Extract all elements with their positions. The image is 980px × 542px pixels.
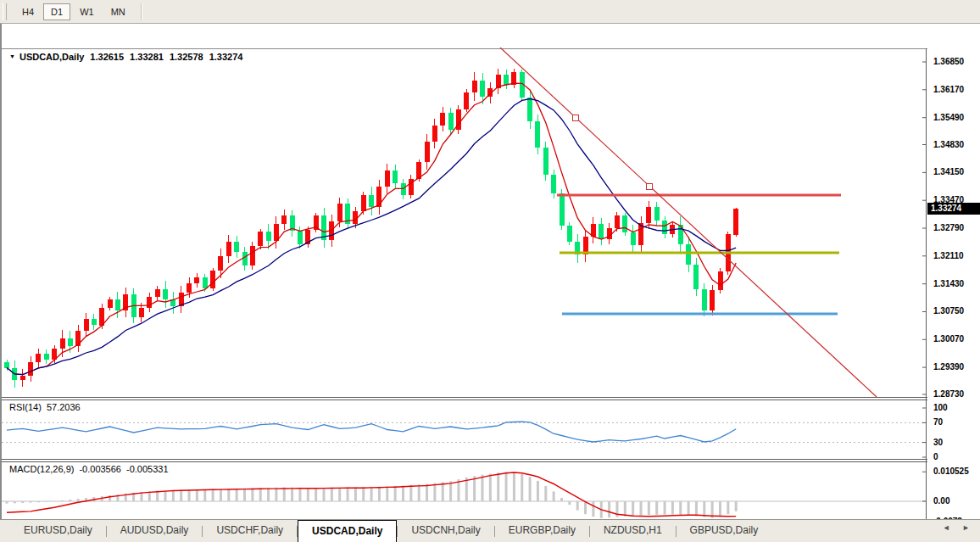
price-axis-label: 1.33470: [933, 195, 964, 204]
symbol-tab-gbpusd[interactable]: GBPUSD,Daily: [677, 520, 772, 542]
price-axis-label: 1.34830: [933, 140, 964, 149]
price-axis-label: 1.30070: [933, 334, 964, 344]
macd-axis-label: 0.010525: [933, 467, 969, 476]
symbol-label: USDCAD,Daily: [19, 52, 84, 62]
price-axis[interactable]: 1.33274 1.368501.361701.354901.348301.34…: [927, 47, 980, 530]
price-axis-label: 1.36850: [933, 57, 964, 66]
period-tab-mn[interactable]: MN: [103, 3, 133, 20]
symbol-tab-bar: EURUSD,DailyAUDUSD,DailyUSDCHF,DailyUSDC…: [0, 519, 980, 542]
ohlc-close: 1.33274: [209, 52, 243, 62]
price-axis-label: 1.34150: [933, 167, 964, 176]
rsi-axis-label: 100: [933, 403, 948, 412]
price-axis-label: 1.35490: [933, 113, 964, 122]
symbol-tab-eurgbp[interactable]: EURGBP,Daily: [495, 520, 589, 542]
rsi-axis-label: 70: [933, 417, 943, 427]
rsi-value: 57.2036: [47, 402, 81, 412]
toolbar-separator: [141, 3, 142, 20]
price-axis-label: 1.32110: [933, 251, 964, 260]
symbol-tab-eurusd[interactable]: EURUSD,Daily: [10, 520, 106, 542]
period-tabs: H4D1W1MN: [14, 3, 134, 20]
ohlc-open: 1.32615: [90, 52, 124, 62]
macd-signal-value: -0.005331: [126, 464, 169, 474]
price-axis-label: 1.28730: [933, 389, 964, 399]
macd-indicator-label: MACD(12,26,9)-0.003566-0.005331: [9, 464, 169, 474]
chart-title: ▼USDCAD,Daily1.326151.332811.325781.3327…: [9, 52, 242, 62]
period-toolbar: H4D1W1MN: [0, 0, 980, 24]
toolbar-grip[interactable]: [3, 3, 7, 20]
price-axis-label: 1.29390: [933, 362, 964, 372]
rsi-indicator-label: RSI(14)57.2036: [9, 402, 81, 412]
symbol-tab-nzdusd[interactable]: NZDUSD,H1: [590, 520, 676, 542]
ohlc-low: 1.32578: [170, 52, 203, 62]
symbol-dropdown-icon[interactable]: ▼: [9, 53, 15, 59]
tab-scroll-arrows[interactable]: ◄ ►: [943, 523, 975, 532]
price-axis-label: 1.30750: [933, 306, 964, 316]
rsi-axis-label: 30: [933, 438, 943, 447]
macd-name: MACD(12,26,9): [9, 464, 74, 474]
symbol-tab-usdchf[interactable]: USDCHF,Daily: [203, 520, 297, 542]
price-axis-label: 1.36170: [933, 85, 964, 94]
macd-axis-label: 0.00: [933, 496, 949, 506]
symbol-tab-usdcnh[interactable]: USDCNH,Daily: [398, 520, 493, 542]
period-tab-h4[interactable]: H4: [14, 3, 42, 20]
rsi-name: RSI(14): [9, 402, 42, 412]
macd-main-value: -0.003566: [79, 464, 121, 474]
chart-window: ▼USDCAD,Daily1.326151.332811.325781.3327…: [0, 24, 980, 519]
rsi-axis-label: 0: [933, 452, 938, 461]
symbol-tab-audusd[interactable]: AUDUSD,Daily: [107, 520, 203, 542]
period-tab-d1[interactable]: D1: [43, 3, 70, 20]
price-axis-label: 1.31430: [933, 279, 964, 288]
chart-canvas[interactable]: [2, 47, 927, 530]
symbol-tab-usdcad[interactable]: USDCAD,Daily: [298, 520, 397, 542]
price-axis-label: 1.32790: [933, 223, 964, 232]
ohlc-high: 1.33281: [130, 52, 164, 62]
period-tab-w1[interactable]: W1: [72, 3, 102, 20]
